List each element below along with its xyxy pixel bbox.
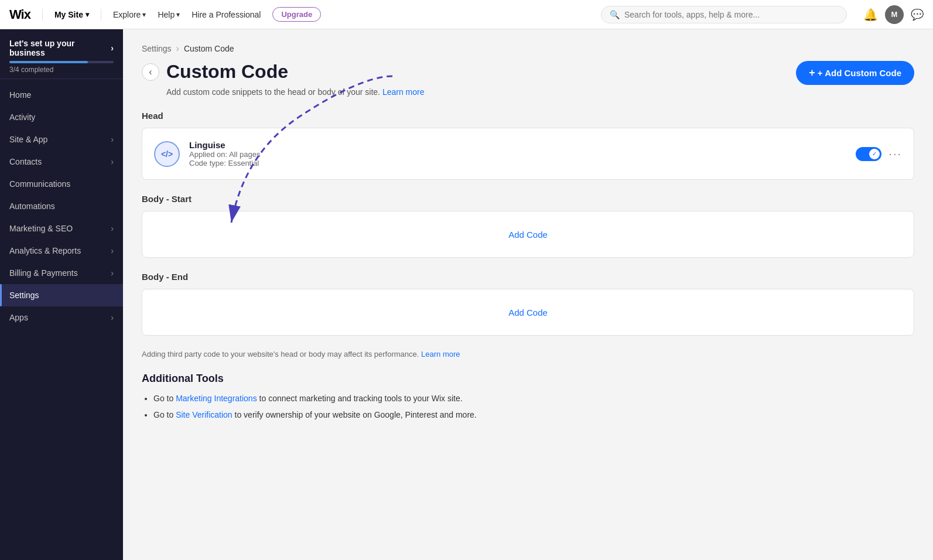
footer-note: Adding third party code to your website'… — [142, 350, 914, 358]
sidebar-item-label: Settings — [9, 291, 39, 300]
additional-tools-list: Go to Marketing Integrations to connect … — [142, 392, 914, 422]
breadcrumb-separator: › — [176, 43, 179, 54]
sidebar-item-label: Communications — [9, 179, 70, 189]
add-custom-code-button[interactable]: + + Add Custom Code — [796, 61, 914, 85]
sidebar-item-label: Billing & Payments — [9, 268, 78, 278]
code-actions: ··· — [856, 147, 902, 161]
page-header: ‹ Custom Code + + Add Custom Code — [142, 61, 914, 85]
sidebar-item-settings[interactable]: Settings — [0, 284, 123, 306]
footer-learn-more-link[interactable]: Learn more — [421, 350, 460, 358]
chevron-right-icon: › — [111, 246, 114, 255]
chevron-right-icon: › — [111, 43, 114, 53]
nav-divider2 — [101, 9, 101, 21]
sidebar-item-label: Home — [9, 90, 31, 100]
chevron-right-icon: › — [111, 224, 114, 233]
code-icon: </> — [154, 141, 180, 167]
wix-logo: Wix — [9, 7, 30, 22]
progress-text: 3/4 completed — [9, 66, 114, 74]
main-content: Settings › Custom Code ‹ Custom Code + +… — [123, 29, 933, 560]
chevron-right-icon: › — [111, 157, 114, 166]
hire-professional-link[interactable]: Hire a Professional — [192, 10, 261, 19]
body-start-section: Body - Start Add Code — [142, 194, 914, 258]
sidebar-item-apps[interactable]: Apps › — [0, 306, 123, 329]
chevron-right-icon: › — [111, 135, 114, 144]
top-navigation: Wix My Site ▾ Explore ▾ Help ▾ Hire a Pr… — [0, 0, 933, 29]
help-menu[interactable]: Help ▾ — [158, 10, 180, 19]
sidebar-item-site-app[interactable]: Site & App › — [0, 128, 123, 151]
search-icon: 🔍 — [610, 10, 620, 19]
code-detail-type: Code type: Essential — [189, 159, 846, 168]
site-name: My Site — [54, 10, 83, 19]
code-toggle[interactable] — [856, 147, 881, 161]
avatar[interactable]: M — [885, 5, 904, 24]
chevron-down-icon: ▾ — [142, 11, 146, 19]
progress-fill — [9, 61, 88, 63]
code-detail-pages: Applied on: All pages — [189, 150, 846, 159]
setup-title[interactable]: Let's set up your business › — [9, 39, 114, 57]
nav-divider — [42, 9, 43, 21]
nav-actions: 🔔 M 💬 — [863, 5, 924, 24]
body-end-add-code-box[interactable]: Add Code — [142, 289, 914, 336]
body-start-title: Body - Start — [142, 194, 914, 204]
code-name: Linguise — [189, 140, 846, 150]
breadcrumb: Settings › Custom Code — [142, 43, 914, 54]
more-options-button[interactable]: ··· — [888, 147, 902, 161]
app-body: Let's set up your business › 3/4 complet… — [0, 29, 933, 560]
page-subtitle: Add custom code snippets to the head or … — [166, 87, 914, 97]
sidebar-item-label: Automations — [9, 202, 55, 211]
sidebar-item-billing-payments[interactable]: Billing & Payments › — [0, 262, 123, 284]
sidebar-item-label: Contacts — [9, 157, 42, 166]
body-start-add-code-label: Add Code — [508, 230, 548, 240]
explore-menu[interactable]: Explore ▾ — [113, 10, 146, 19]
breadcrumb-parent[interactable]: Settings — [142, 44, 172, 53]
sidebar-item-communications[interactable]: Communications — [0, 173, 123, 195]
search-input[interactable] — [624, 10, 838, 19]
search-bar[interactable]: 🔍 — [601, 6, 847, 23]
code-info: Linguise Applied on: All pages Code type… — [189, 140, 846, 168]
chat-icon[interactable]: 💬 — [911, 8, 924, 21]
marketing-integrations-link[interactable]: Marketing Integrations — [176, 394, 257, 403]
site-verification-link[interactable]: Site Verification — [176, 410, 233, 419]
body-end-section: Body - End Add Code — [142, 272, 914, 336]
setup-section: Let's set up your business › 3/4 complet… — [0, 29, 123, 79]
sidebar-nav: Home Activity Site & App › Contacts › Co… — [0, 79, 123, 560]
sidebar-item-label: Site & App — [9, 135, 47, 144]
plus-icon: + — [809, 67, 815, 79]
sidebar: Let's set up your business › 3/4 complet… — [0, 29, 123, 560]
sidebar-item-label: Analytics & Reports — [9, 246, 81, 255]
progress-bar — [9, 61, 114, 63]
sidebar-item-home[interactable]: Home — [0, 84, 123, 106]
additional-tools-item-verification: Go to Site Verification to verify owners… — [153, 408, 914, 421]
sidebar-item-label: Activity — [9, 112, 35, 122]
back-button[interactable]: ‹ — [142, 63, 159, 81]
head-section-title: Head — [142, 111, 914, 121]
sidebar-item-label: Apps — [9, 313, 28, 322]
breadcrumb-current: Custom Code — [184, 44, 234, 53]
page-title-row: ‹ Custom Code — [142, 61, 288, 83]
page-title: Custom Code — [166, 61, 288, 83]
sidebar-item-analytics-reports[interactable]: Analytics & Reports › — [0, 240, 123, 262]
additional-tools-title: Additional Tools — [142, 373, 914, 385]
upgrade-button[interactable]: Upgrade — [272, 7, 321, 22]
chevron-right-icon: › — [111, 268, 114, 278]
body-start-add-code-box[interactable]: Add Code — [142, 211, 914, 258]
chevron-down-icon: ▾ — [176, 11, 180, 19]
additional-tools-section: Additional Tools Go to Marketing Integra… — [142, 373, 914, 422]
linguise-code-card: </> Linguise Applied on: All pages Code … — [142, 128, 914, 180]
sidebar-item-marketing-seo[interactable]: Marketing & SEO › — [0, 217, 123, 240]
body-end-add-code-label: Add Code — [508, 308, 548, 317]
notifications-icon[interactable]: 🔔 — [863, 8, 878, 22]
chevron-right-icon: › — [111, 313, 114, 322]
learn-more-link[interactable]: Learn more — [382, 87, 425, 97]
sidebar-item-contacts[interactable]: Contacts › — [0, 151, 123, 173]
body-end-title: Body - End — [142, 272, 914, 282]
chevron-down-icon: ▾ — [86, 11, 89, 19]
sidebar-item-automations[interactable]: Automations — [0, 195, 123, 217]
additional-tools-item-marketing: Go to Marketing Integrations to connect … — [153, 392, 914, 405]
site-selector[interactable]: My Site ▾ — [54, 10, 89, 19]
sidebar-item-activity[interactable]: Activity — [0, 106, 123, 128]
sidebar-item-label: Marketing & SEO — [9, 224, 73, 233]
